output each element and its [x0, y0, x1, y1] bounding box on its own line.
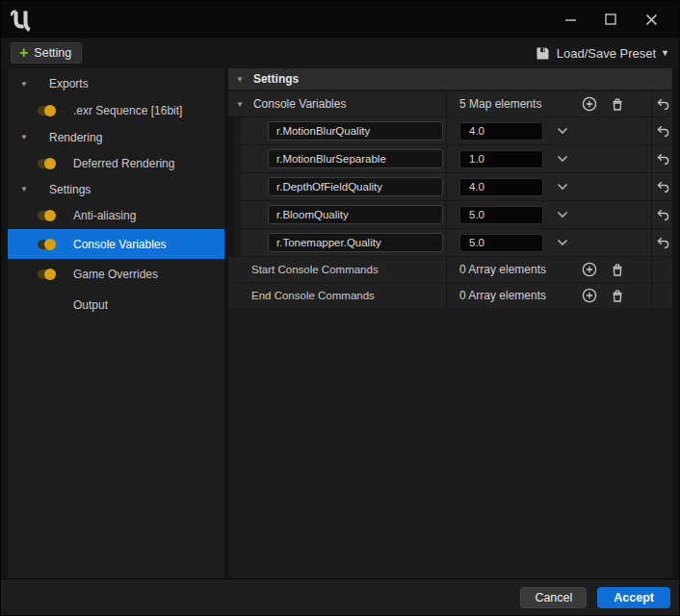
- settings-window: + Setting Load/Save Preset ▼ ▼ Exports: [0, 0, 680, 616]
- tree-group-label: Exports: [49, 77, 89, 90]
- array-elements-count: 0 Array elements: [447, 263, 546, 276]
- value-dropdown-button[interactable]: [557, 239, 568, 246]
- expander-arrow-icon[interactable]: ▼: [20, 133, 30, 141]
- variable-value-input[interactable]: [459, 234, 543, 252]
- variable-value-input[interactable]: [459, 178, 543, 196]
- load-save-preset-label: Load/Save Preset: [557, 46, 656, 61]
- reset-arrow-icon: [655, 97, 670, 111]
- cancel-button[interactable]: Cancel: [520, 587, 587, 608]
- delete-all-elements-button[interactable]: [611, 289, 624, 303]
- reset-to-default-button[interactable]: [651, 145, 672, 172]
- tree-group-rendering[interactable]: ▼ Rendering: [8, 124, 224, 150]
- console-variable-row: [228, 173, 672, 201]
- expander-arrow-icon[interactable]: ▼: [20, 185, 30, 193]
- variable-value-input[interactable]: [459, 206, 543, 224]
- tree-item-game-overrides[interactable]: Game Overrides: [8, 259, 224, 290]
- variable-name-input[interactable]: [268, 205, 443, 224]
- close-button[interactable]: [631, 1, 671, 38]
- tree-item-label: Output: [73, 298, 108, 312]
- toggle-switch-on[interactable]: [38, 159, 55, 168]
- reset-to-default-button[interactable]: [651, 117, 672, 144]
- delete-all-elements-button[interactable]: [611, 97, 624, 112]
- variable-name-input[interactable]: [268, 177, 443, 196]
- add-element-button[interactable]: [582, 96, 597, 112]
- value-dropdown-button[interactable]: [557, 211, 568, 218]
- tree-item-anti-aliasing[interactable]: Anti-aliasing: [8, 202, 224, 229]
- variable-value-cell: [446, 173, 651, 200]
- content-area: ▼ Exports .exr Sequence [16bit] ▼ Render…: [8, 68, 672, 578]
- variable-name-input[interactable]: [268, 121, 443, 141]
- reset-arrow-icon: [655, 236, 670, 249]
- reset-arrow-icon: [655, 152, 670, 166]
- tree-group-label: Rendering: [49, 131, 102, 144]
- plus-circle-icon: [582, 288, 597, 303]
- accept-button[interactable]: Accept: [597, 587, 670, 608]
- details-header-settings[interactable]: ▼ Settings: [228, 68, 672, 91]
- property-label-text: End Console Commands: [251, 290, 375, 301]
- variable-value-input[interactable]: [459, 150, 543, 168]
- close-icon: [645, 13, 658, 26]
- tree-item-console-variables[interactable]: Console Variables: [8, 229, 224, 259]
- variable-name-cell: [241, 229, 446, 256]
- tree-item-exr-sequence[interactable]: .exr Sequence [16bit]: [8, 97, 224, 124]
- console-variable-row: [228, 145, 672, 173]
- tree-group-exports[interactable]: ▼ Exports: [8, 70, 224, 97]
- toggle-switch-on[interactable]: [38, 106, 55, 116]
- tree-group-settings[interactable]: ▼ Settings: [8, 176, 224, 202]
- trash-icon: [611, 289, 624, 303]
- row-indent-gutter: [228, 145, 241, 172]
- reset-to-default-button[interactable]: [651, 91, 672, 116]
- variable-name-cell: [241, 117, 446, 144]
- chevron-down-icon: [557, 183, 568, 191]
- title-bar: [1, 1, 679, 38]
- row-indent-gutter: [228, 117, 241, 144]
- toolbar: + Setting Load/Save Preset ▼: [1, 38, 679, 68]
- reset-to-default-button[interactable]: [651, 229, 672, 256]
- toggle-switch-on[interactable]: [38, 270, 55, 279]
- variable-value-cell: [446, 145, 651, 172]
- variable-name-input[interactable]: [268, 149, 443, 168]
- property-value-cell: 0 Array elements: [446, 283, 651, 308]
- variable-value-input[interactable]: [459, 122, 543, 141]
- add-element-button[interactable]: [582, 288, 597, 303]
- reset-to-default-button[interactable]: [651, 201, 672, 228]
- plus-icon: +: [19, 45, 28, 61]
- reset-to-default-button[interactable]: [651, 173, 672, 200]
- tree-item-label: .exr Sequence [16bit]: [73, 104, 182, 117]
- tree-item-label: Deferred Rendering: [73, 157, 174, 170]
- toggle-switch-on[interactable]: [38, 211, 55, 220]
- trash-icon: [611, 97, 624, 112]
- plus-circle-icon: [582, 96, 597, 112]
- row-indent-gutter: [228, 229, 241, 256]
- maximize-button[interactable]: [590, 1, 631, 38]
- add-element-button[interactable]: [582, 262, 597, 277]
- console-variable-row: [228, 201, 672, 229]
- expander-arrow-icon[interactable]: ▼: [236, 100, 244, 109]
- tree-item-deferred-rendering[interactable]: Deferred Rendering: [8, 150, 224, 176]
- reset-column-empty: [651, 257, 672, 282]
- property-label: Console Variables: [253, 97, 347, 111]
- value-dropdown-button[interactable]: [557, 155, 568, 163]
- details-header-label: Settings: [253, 72, 299, 86]
- value-dropdown-button[interactable]: [557, 183, 568, 191]
- variable-value-cell: [446, 201, 651, 228]
- property-name-cell[interactable]: ▼ Console Variables: [228, 91, 446, 116]
- details-panel: ▼ Settings ▼ Console Variables 5 Map ele…: [228, 68, 672, 578]
- end-console-commands-row: End Console Commands 0 Array elements: [228, 283, 672, 309]
- expander-arrow-icon[interactable]: ▼: [236, 75, 244, 84]
- chevron-down-icon: [557, 211, 568, 218]
- value-dropdown-button[interactable]: [557, 127, 568, 135]
- load-save-preset-button[interactable]: Load/Save Preset ▼: [536, 41, 669, 64]
- variable-name-input[interactable]: [268, 233, 443, 252]
- expander-arrow-icon[interactable]: ▼: [20, 80, 30, 89]
- minimize-button[interactable]: [550, 1, 590, 38]
- reset-arrow-icon: [655, 208, 670, 221]
- console-variables-property-row: ▼ Console Variables 5 Map elements: [228, 91, 672, 117]
- add-setting-button[interactable]: + Setting: [11, 42, 82, 64]
- save-floppy-icon: [536, 46, 550, 61]
- delete-all-elements-button[interactable]: [611, 263, 624, 277]
- tree-item-output[interactable]: Output: [8, 290, 224, 321]
- property-value-cell: 5 Map elements: [446, 91, 651, 116]
- map-elements-count: 5 Map elements: [447, 97, 541, 111]
- toggle-switch-on[interactable]: [38, 240, 55, 249]
